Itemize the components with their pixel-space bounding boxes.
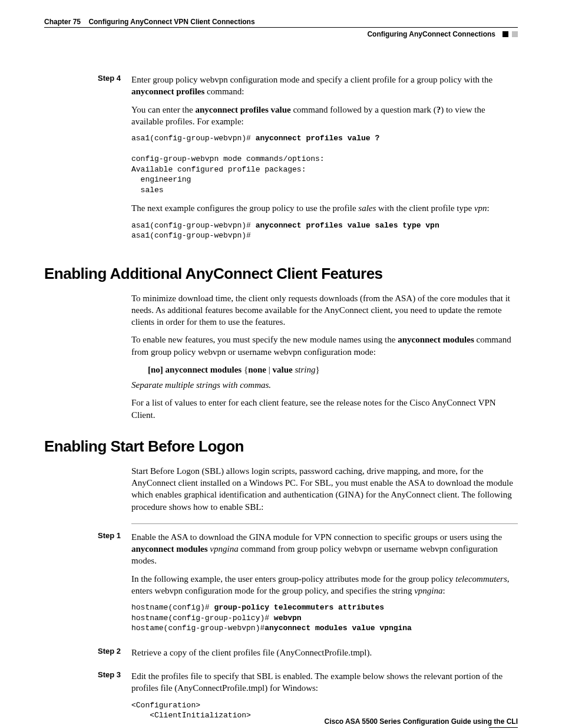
paragraph: Enter group policy webvpn configuration … [131,74,518,98]
section-body: To minimize download time, the client on… [131,292,518,421]
step-body: Enable the ASA to download the GINA modu… [131,531,518,641]
paragraph: To minimize download time, the client on… [131,292,518,328]
header-top-row: Chapter 75 Configuring AnyConnect VPN Cl… [44,18,518,38]
sbl-step-1: Step 1 Enable the ASA to download the GI… [44,531,518,641]
code-block: asa1(config-group-webvpn)# anyconnect pr… [131,133,518,195]
paragraph-note: Separate multiple strings with commas. [131,379,518,391]
step-body: Enter group policy webvpn configuration … [131,74,518,248]
header-chapter: Chapter 75 Configuring AnyConnect VPN Cl… [44,18,255,26]
step-label: Step 3 [82,670,131,679]
section-heading-sbl: Enabling Start Before Logon [44,437,518,456]
footer-book-title: Cisco ASA 5500 Series Configuration Guid… [44,717,518,726]
paragraph: You can enter the anyconnect profiles va… [131,104,518,128]
step-divider [131,523,518,524]
step-label: Step 2 [82,647,131,655]
footer: Cisco ASA 5500 Series Configuration Guid… [44,717,518,728]
command-syntax: [no] anyconnect modules {none | value st… [148,364,518,375]
code-block: hostname(config)# group-policy telecommu… [131,602,518,634]
step-label: Step 1 [82,531,131,540]
step-label: Step 4 [82,74,131,83]
sbl-step-2: Step 2 Retrieve a copy of the client pro… [44,647,518,664]
section-body: Start Before Logon (SBL) allows login sc… [131,465,518,513]
paragraph: For a list of values to enter for each c… [131,397,518,421]
content-area: Step 4 Enter group policy webvpn configu… [44,38,518,728]
paragraph: Start Before Logon (SBL) allows login sc… [131,465,518,513]
step-body: Retrieve a copy of the client profiles f… [131,647,518,664]
section-heading-features: Enabling Additional AnyConnect Client Fe… [44,265,518,283]
paragraph: Edit the profiles file to specify that S… [131,670,518,694]
code-block: asa1(config-group-webvpn)# anyconnect pr… [131,220,518,241]
step-4: Step 4 Enter group policy webvpn configu… [44,74,518,248]
paragraph: Retrieve a copy of the client profiles f… [131,647,518,658]
paragraph: Enable the ASA to download the GINA modu… [131,531,518,567]
section-marker-light-icon [512,31,518,37]
paragraph: The next example configures the group po… [131,202,518,214]
page: Chapter 75 Configuring AnyConnect VPN Cl… [0,0,562,728]
header-section: Configuring AnyConnect Connections [367,30,499,38]
paragraph: In the following example, the user enter… [131,573,518,597]
section-marker-dark-icon [503,31,508,37]
paragraph: To enable new features, you must specify… [131,334,518,358]
